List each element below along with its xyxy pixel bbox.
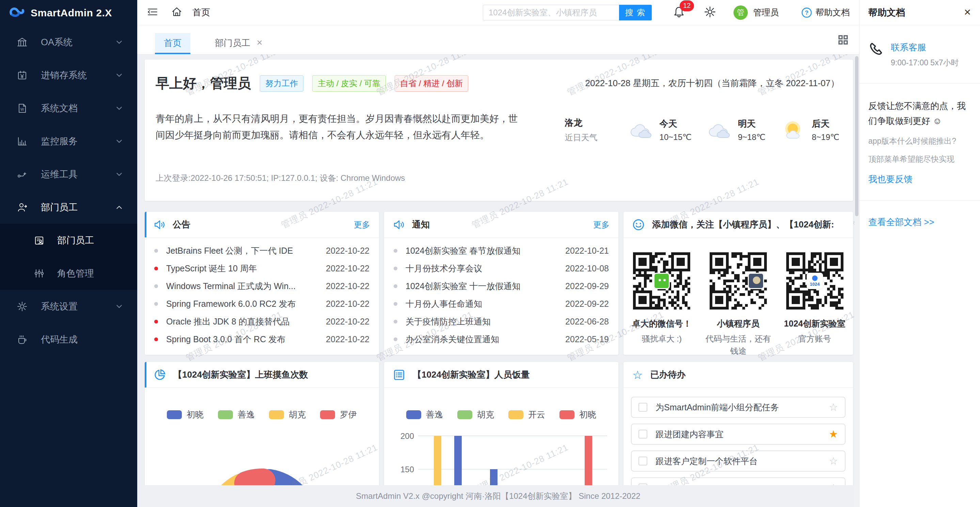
- sidebar-item-erp[interactable]: 进销存系统: [0, 59, 137, 92]
- more-link[interactable]: 更多: [593, 219, 609, 230]
- feedback-block: 反馈让您不满意的点，我们争取做到更好 ☺ app版本什么时候能推出? 顶部菜单希…: [859, 83, 980, 185]
- close-icon[interactable]: ✕: [964, 7, 971, 18]
- list-item[interactable]: 办公室消杀关键位置通知2022-05-19: [394, 330, 609, 348]
- help-panel-title: 帮助文档: [868, 6, 905, 19]
- todo-item[interactable]: 跟进团建内容事宜 ★: [631, 424, 845, 445]
- star-icon[interactable]: ☆: [829, 402, 838, 412]
- todo-checkbox[interactable]: [638, 430, 648, 439]
- list-item[interactable]: TypeScript 诞生 10 周年2022-10-22: [154, 259, 369, 277]
- contact-hours: 9:00-17:00 5x7小时: [891, 57, 959, 68]
- sidebar-item-monitor[interactable]: 监控服务: [0, 125, 137, 157]
- sidebar-item-settings[interactable]: 系统设置: [0, 290, 137, 323]
- list-item[interactable]: Windows Terminal 正式成为 Win...2022-10-22: [154, 277, 369, 295]
- list-item[interactable]: 关于疫情防控上班通知2022-06-28: [394, 313, 609, 330]
- tab-close-icon[interactable]: ✕: [256, 38, 262, 47]
- breadcrumb[interactable]: 首页: [192, 6, 210, 18]
- sun-cloud-icon: [780, 119, 807, 141]
- star-icon: ☆: [632, 369, 643, 381]
- collapse-menu-icon[interactable]: [147, 6, 158, 19]
- welcome-message: 青年的肩上，从不只有清风明月，更有责任担当。岁月因青春慨然以赴而更加美好，世间因…: [156, 111, 523, 143]
- weather-day-tomorrow: 明天 9~18℃: [706, 118, 765, 142]
- search-button[interactable]: 搜 索: [619, 5, 652, 21]
- legend-item[interactable]: 胡克: [457, 409, 494, 420]
- list-item[interactable]: Oracle 推出 JDK 8 的直接替代品2022-10-22: [154, 313, 369, 330]
- legend-item[interactable]: 善逸: [406, 409, 443, 420]
- legend-item[interactable]: 初晓: [167, 409, 204, 420]
- sliders-icon: [34, 268, 44, 278]
- contact-support-link[interactable]: 联系客服: [891, 41, 959, 54]
- tab-home[interactable]: 首页: [155, 33, 190, 54]
- search-input[interactable]: [483, 5, 619, 21]
- card-title: 公告: [173, 219, 190, 230]
- legend-item[interactable]: 开云: [508, 409, 545, 420]
- wechat-card: 添加微信，关注【小镇程序员】、【1024创新: 卓大的微信号！ 骚扰卓大 :) …: [624, 212, 853, 355]
- todo-checkbox[interactable]: [638, 457, 648, 466]
- cloud-icon: [628, 119, 655, 141]
- card-title: 【1024创新实验室】上班摸鱼次数: [173, 369, 308, 381]
- sidebar: SmartAdmin 2.X OA系统 进销存系统 W 系统文档 监控服务 运维…: [0, 0, 137, 507]
- list-item[interactable]: 1024创新实验室 十一放假通知2022-09-29: [394, 277, 609, 295]
- qr-code: 1024: [784, 251, 845, 311]
- svg-text:200: 200: [401, 431, 414, 440]
- card-title: 已办待办: [650, 369, 686, 381]
- git-branch-icon: [17, 169, 27, 180]
- app-logo[interactable]: SmartAdmin 2.X: [0, 0, 137, 25]
- list-item[interactable]: 1024创新实验室 春节放假通知2022-10-21: [394, 242, 609, 259]
- card-title: 【1024创新实验室】人员饭量: [413, 369, 530, 381]
- sidebar-item-codegen[interactable]: 代码生成: [0, 323, 137, 356]
- legend-item[interactable]: 初晓: [560, 409, 596, 420]
- svg-text:?: ?: [805, 10, 808, 16]
- more-link[interactable]: 更多: [354, 219, 370, 230]
- settings-gear-icon[interactable]: [704, 6, 716, 19]
- question-circle-icon: ?: [801, 7, 812, 18]
- view-all-docs-link[interactable]: 查看全部文档 >>: [868, 217, 934, 227]
- list-item[interactable]: Spring Boot 3.0.0 首个 RC 发布2022-10-22: [154, 330, 369, 348]
- sidebar-item-oa[interactable]: OA系统: [0, 25, 137, 59]
- list-item[interactable]: JetBrains Fleet 公测，下一代 IDE2022-10-22: [154, 242, 369, 259]
- badge-work-hard: 努力工作: [260, 75, 304, 92]
- todo-item[interactable]: 为SmartAdmin前端小组分配任务 ☆: [631, 397, 845, 418]
- legend-item[interactable]: 胡克: [269, 409, 306, 420]
- sidebar-item-docs[interactable]: W 系统文档: [0, 92, 137, 125]
- legend-item[interactable]: 罗伊: [320, 409, 357, 420]
- feedback-action-link[interactable]: 我也要反馈: [868, 173, 971, 185]
- list-item[interactable]: 十月份技术分享会议2022-10-08: [394, 259, 609, 277]
- legend-item[interactable]: 善逸: [218, 409, 255, 420]
- list-item[interactable]: Spring Framework 6.0.0 RC2 发布2022-10-22: [154, 295, 369, 313]
- chevron-down-icon: [115, 105, 123, 112]
- user-name[interactable]: 管理员: [753, 7, 779, 18]
- tab-options-grid-icon[interactable]: [837, 34, 849, 47]
- chevron-down-icon: [115, 38, 123, 46]
- scrollbar-thumb[interactable]: [855, 56, 858, 216]
- card-title: 添加微信，关注【小镇程序员】、【1024创新:: [652, 219, 834, 230]
- chevron-down-icon: [115, 171, 123, 178]
- weather-label: 近日天气: [565, 132, 598, 143]
- sidebar-item-department[interactable]: 部门员工: [0, 191, 137, 224]
- qr-code: [708, 251, 768, 311]
- lab-logo-icon: 1024: [807, 273, 823, 289]
- todo-checkbox[interactable]: [638, 403, 648, 412]
- star-filled-icon[interactable]: ★: [829, 429, 838, 439]
- notification-bell[interactable]: 12: [673, 6, 685, 19]
- weather-widget: 洛龙 近日天气 今天 10~15℃ 明天 9~18℃: [565, 117, 839, 143]
- tab-department[interactable]: 部门员工 ✕: [206, 33, 271, 54]
- megaphone-icon: [393, 219, 404, 230]
- megaphone-icon: [154, 219, 165, 230]
- weather-city: 洛龙: [565, 117, 598, 129]
- qr-code: [631, 251, 692, 311]
- badge-motto-green: 主动 / 皮实 / 可靠: [312, 75, 386, 92]
- avatar[interactable]: 管: [733, 5, 748, 20]
- list-item[interactable]: 十月份人事任命通知2022-09-22: [394, 295, 609, 313]
- home-icon[interactable]: [171, 6, 182, 19]
- star-icon[interactable]: ☆: [829, 456, 838, 466]
- sidebar-subitem-role-manage[interactable]: 角色管理: [0, 257, 137, 290]
- vertical-scrollbar[interactable]: [854, 54, 859, 507]
- chevron-down-icon: [115, 138, 123, 145]
- help-doc-link[interactable]: ? 帮助文档: [801, 7, 850, 18]
- svg-text:150: 150: [401, 465, 414, 474]
- cloud-icon: [706, 119, 733, 141]
- sidebar-item-ops[interactable]: 运维工具: [0, 157, 137, 191]
- announcement-list: JetBrains Fleet 公测，下一代 IDE2022-10-22 Typ…: [145, 238, 379, 348]
- todo-item[interactable]: 跟进客户定制一个软件平台 ☆: [631, 450, 845, 472]
- sidebar-subitem-department-staff[interactable]: 部门员工: [0, 224, 137, 257]
